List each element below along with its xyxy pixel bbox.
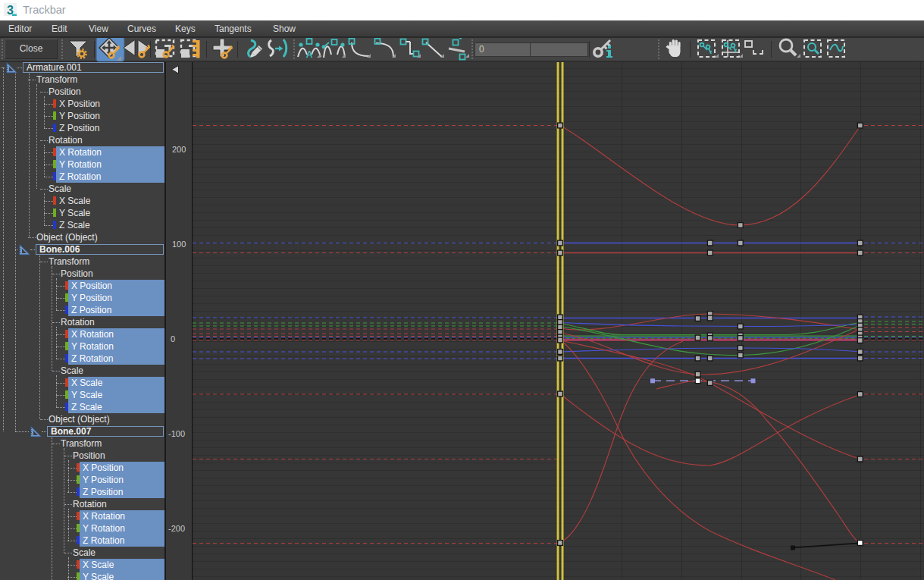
svg-text:A: A — [306, 49, 313, 60]
